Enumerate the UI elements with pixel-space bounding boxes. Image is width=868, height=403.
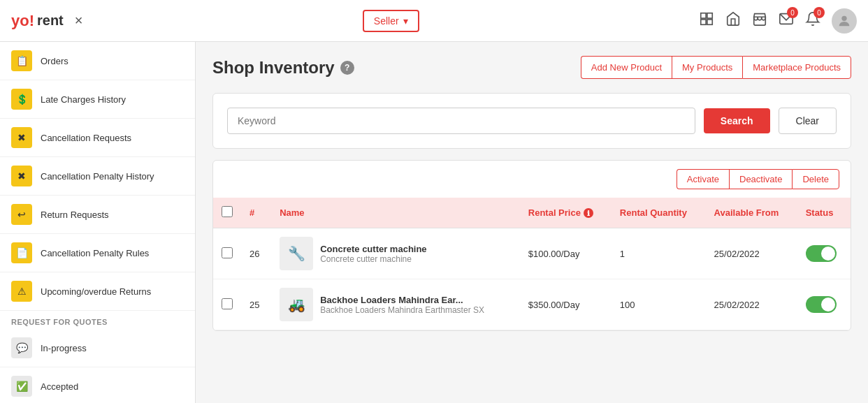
seller-dropdown[interactable]: Seller ▾ — [363, 10, 419, 32]
help-icon[interactable]: ? — [340, 61, 354, 75]
bell-icon[interactable]: 0 — [805, 11, 820, 30]
cancellation-penalty-rules-icon: 📄 — [11, 242, 32, 263]
col-header-number: # — [241, 198, 271, 228]
home-icon[interactable] — [725, 11, 741, 30]
product-desc-1: Concrete cutter machine — [320, 254, 426, 264]
activate-button[interactable]: Activate — [677, 169, 729, 189]
row-checkbox-2[interactable] — [222, 298, 233, 309]
mail-icon[interactable]: 0 — [779, 11, 794, 30]
my-products-button[interactable]: My Products — [672, 56, 742, 79]
clear-button[interactable]: Clear — [779, 108, 837, 134]
row-product-1: 🔧 Concrete cutter machine Concrete cutte… — [271, 228, 520, 279]
cancellation-penalty-history-icon: ✖ — [11, 166, 32, 186]
sidebar-label-cancellation-penalty-rules: Cancellation Penalty Rules — [41, 248, 149, 258]
table-row: 25 🚜 Backhoe Loaders Mahindra Ear... Bac… — [213, 279, 851, 330]
header: yo! rent × Seller ▾ 0 0 — [0, 0, 868, 42]
sidebar-item-return-requests[interactable]: ↩ Return Requests — [0, 196, 195, 234]
row-quantity-1: 1 — [612, 228, 706, 279]
table-row: 26 🔧 Concrete cutter machine Concrete cu… — [213, 228, 851, 279]
sidebar-item-cancellation-penalty-rules[interactable]: 📄 Cancellation Penalty Rules — [0, 234, 195, 272]
sidebar-label-upcoming-overdue: Upcoming/overdue Returns — [41, 286, 151, 297]
row-status-2 — [797, 279, 851, 330]
sidebar-item-upcoming-overdue-returns[interactable]: ⚠ Upcoming/overdue Returns — [0, 272, 195, 311]
product-thumbnail-1: 🔧 — [280, 237, 313, 270]
svg-rect-0 — [701, 13, 706, 18]
sidebar-item-orders[interactable]: 📋 Orders — [0, 42, 195, 80]
status-toggle-1[interactable] — [806, 245, 837, 262]
cancellation-requests-icon: ✖ — [11, 127, 32, 148]
sidebar-item-in-progress[interactable]: 💬 In-progress — [0, 329, 195, 367]
search-button[interactable]: Search — [704, 108, 770, 133]
row-available-from-1: 25/02/2022 — [706, 228, 797, 279]
product-name-1: Concrete cutter machine — [320, 244, 426, 254]
svg-rect-2 — [701, 20, 706, 24]
seller-label: Seller — [374, 15, 399, 27]
logo-text: rent — [37, 13, 64, 29]
close-button[interactable]: × — [75, 13, 83, 29]
shop-icon[interactable] — [699, 11, 714, 30]
bell-badge: 0 — [813, 7, 825, 18]
col-header-status: Status — [797, 198, 851, 228]
select-all-checkbox[interactable] — [222, 206, 233, 217]
chevron-down-icon: ▾ — [403, 15, 408, 27]
sidebar-label-cancellation-requests: Cancellation Requests — [41, 133, 131, 143]
page-header: Shop Inventory ? Add New Product My Prod… — [212, 56, 851, 79]
status-toggle-2[interactable] — [806, 296, 837, 313]
sidebar-item-late-charges-history[interactable]: 💲 Late Charges History — [0, 80, 195, 119]
row-id-2: 25 — [241, 279, 271, 330]
row-quantity-2: 100 — [612, 279, 706, 330]
toggle-knob-2 — [821, 298, 835, 312]
store-icon[interactable] — [752, 11, 767, 30]
accepted-icon: ✅ — [11, 376, 32, 397]
layout: 📋 Orders 💲 Late Charges History ✖ Cancel… — [0, 42, 868, 403]
sidebar-item-cancellation-penalty-history[interactable]: ✖ Cancellation Penalty History — [0, 157, 195, 196]
sidebar-label-return-requests: Return Requests — [41, 210, 109, 220]
table-header-row: # Name Rental Price ℹ Rental Quantity Av… — [213, 198, 851, 228]
inventory-table: # Name Rental Price ℹ Rental Quantity Av… — [213, 198, 851, 330]
toggle-knob-1 — [821, 247, 835, 261]
product-thumbnail-2: 🚜 — [280, 288, 313, 321]
header-left: yo! rent × — [11, 12, 82, 30]
add-new-product-button[interactable]: Add New Product — [581, 56, 672, 79]
seller-dropdown-area: Seller ▾ — [363, 10, 419, 32]
svg-rect-1 — [707, 13, 712, 18]
product-name-2: Backhoe Loaders Mahindra Ear... — [320, 295, 484, 305]
sidebar: 📋 Orders 💲 Late Charges History ✖ Cancel… — [0, 42, 196, 403]
sidebar-label-accepted: Accepted — [41, 381, 78, 392]
late-charges-icon: 💲 — [11, 89, 32, 110]
search-card: Search Clear — [212, 93, 851, 149]
sidebar-label-late-charges: Late Charges History — [41, 94, 126, 105]
col-header-rental-price: Rental Price ℹ — [520, 198, 612, 228]
main-content: Shop Inventory ? Add New Product My Prod… — [196, 42, 868, 403]
table-card: Activate Deactivate Delete # Name Rental… — [212, 160, 851, 331]
marketplace-products-button[interactable]: Marketplace Products — [742, 56, 851, 79]
avatar[interactable] — [832, 8, 857, 34]
col-header-available-from: Available From — [706, 198, 797, 228]
sidebar-section-label: REQUEST FOR QUOTES — [0, 311, 195, 329]
sidebar-label-cancellation-penalty-history: Cancellation Penalty History — [41, 171, 154, 182]
logo-icon: yo! — [11, 12, 34, 30]
delete-button[interactable]: Delete — [792, 169, 839, 189]
page-actions: Add New Product My Products Marketplace … — [581, 56, 851, 79]
row-checkbox-1[interactable] — [222, 247, 233, 258]
row-id-1: 26 — [241, 228, 271, 279]
sidebar-label-orders: Orders — [41, 56, 68, 66]
product-desc-2: Backhoe Loaders Mahindra Earthmaster SX — [320, 305, 484, 315]
sidebar-item-cancellation-requests[interactable]: ✖ Cancellation Requests — [0, 119, 195, 157]
upcoming-overdue-icon: ⚠ — [11, 281, 32, 302]
row-status-1 — [797, 228, 851, 279]
in-progress-icon: 💬 — [11, 337, 32, 358]
deactivate-button[interactable]: Deactivate — [729, 169, 792, 189]
row-price-1: $100.00/Day — [520, 228, 612, 279]
orders-icon: 📋 — [11, 50, 32, 71]
sidebar-item-accepted[interactable]: ✅ Accepted — [0, 367, 195, 403]
row-price-2: $350.00/Day — [520, 279, 612, 330]
row-available-from-2: 25/02/2022 — [706, 279, 797, 330]
table-toolbar: Activate Deactivate Delete — [213, 161, 851, 198]
col-header-rental-quantity: Rental Quantity — [612, 198, 706, 228]
svg-rect-3 — [707, 20, 712, 24]
sidebar-label-in-progress: In-progress — [41, 343, 87, 353]
mail-badge: 0 — [787, 7, 798, 18]
return-requests-icon: ↩ — [11, 204, 32, 225]
search-input[interactable] — [227, 108, 695, 134]
